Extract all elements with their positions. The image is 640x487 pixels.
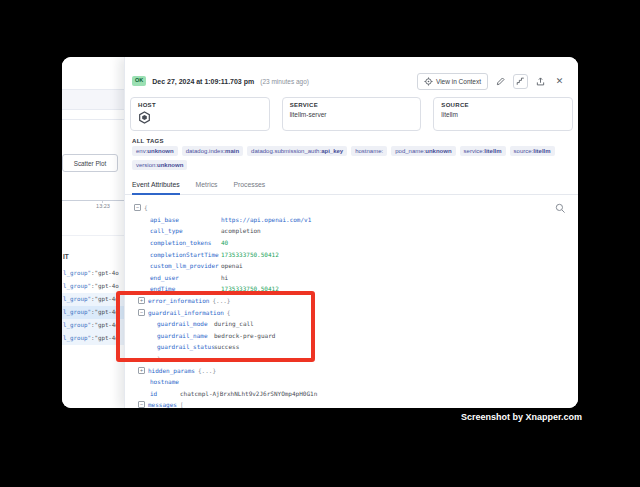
attribute-row[interactable]: completionStartTime 1735333750.50412 bbox=[150, 248, 578, 260]
facet-list-header: IT bbox=[63, 253, 69, 260]
tag-pod-name[interactable]: pod_name:unknown bbox=[391, 146, 455, 156]
header-actions: View in Context bbox=[417, 73, 566, 90]
annotation-highlight-box bbox=[116, 291, 315, 362]
pencil-icon bbox=[496, 77, 505, 86]
host-card[interactable]: HOST bbox=[130, 97, 270, 131]
scatter-plot-button[interactable]: Scatter Plot bbox=[62, 154, 118, 172]
tab-processes[interactable]: Processes bbox=[234, 175, 266, 195]
tab-event-attributes[interactable]: Event Attributes bbox=[132, 175, 180, 195]
edit-pencil-button[interactable] bbox=[494, 75, 507, 88]
expand-icon[interactable]: + bbox=[138, 367, 145, 374]
tags-list: env:unknown datadog.index:main datadog.s… bbox=[132, 146, 562, 170]
tab-metrics[interactable]: Metrics bbox=[196, 175, 218, 195]
watermark-text: Screenshot by Xnapper.com bbox=[461, 412, 582, 422]
background-explorer-panel: Scatter Plot 13:23 IT l_group":"gpt-4o l… bbox=[62, 57, 124, 408]
close-icon: ✕ bbox=[556, 77, 564, 86]
chart-x-axis bbox=[62, 200, 124, 201]
all-tags-label: ALL TAGS bbox=[132, 138, 164, 144]
list-item[interactable]: l_group":"gpt-4o bbox=[62, 280, 124, 293]
upload-icon bbox=[536, 77, 545, 86]
collapse-icon[interactable]: − bbox=[138, 401, 145, 408]
tag-submission-auth[interactable]: datadog.submission_auth:api_key bbox=[247, 146, 347, 156]
messages-group-row[interactable]: − messages [ bbox=[138, 399, 578, 408]
target-icon bbox=[424, 77, 433, 86]
tag-version[interactable]: version:unknown bbox=[132, 160, 187, 170]
list-item[interactable]: l_group":"gpt-4o bbox=[62, 267, 124, 280]
attribute-row[interactable]: call_type acompletion bbox=[150, 225, 578, 237]
attribute-row[interactable]: end_user hi bbox=[150, 272, 578, 284]
attribute-row[interactable]: custom_llm_provider openai bbox=[150, 260, 578, 272]
view-in-context-button[interactable]: View in Context bbox=[417, 73, 488, 90]
divider bbox=[62, 235, 124, 236]
source-card[interactable]: SOURCE litellm bbox=[433, 97, 573, 131]
attribute-row[interactable]: hostname bbox=[150, 376, 578, 388]
attribute-row[interactable]: id chatcmpl-AjBrxhNLht9v2J6rSNYOmp4pH0G1… bbox=[150, 388, 578, 400]
summary-cards: HOST SERVICE litellm-server SOURCE litel… bbox=[130, 97, 573, 131]
list-item[interactable]: l_group":"gpt-4o bbox=[62, 319, 124, 332]
app-window: Scatter Plot 13:23 IT l_group":"gpt-4o l… bbox=[62, 57, 578, 408]
attribute-row[interactable]: completion_tokens 40 bbox=[150, 237, 578, 249]
list-item[interactable]: l_group":"gpt-4o bbox=[62, 293, 124, 306]
related-steps-button[interactable] bbox=[513, 74, 528, 89]
event-timestamp: Dec 27, 2024 at 1:09:11.703 pm bbox=[152, 78, 254, 85]
tag-source[interactable]: source:litellm bbox=[510, 146, 555, 156]
tag-datadog-index[interactable]: datadog.index:main bbox=[182, 146, 243, 156]
host-hexagon-icon bbox=[138, 111, 262, 124]
json-root-row[interactable]: − { bbox=[134, 202, 578, 214]
close-button[interactable]: ✕ bbox=[553, 75, 566, 88]
api-base-link[interactable]: https://api.openai.com/v1 bbox=[221, 216, 311, 223]
list-row-band bbox=[62, 89, 124, 110]
tag-service[interactable]: service:litellm bbox=[460, 146, 506, 156]
service-card[interactable]: SERVICE litellm-server bbox=[282, 97, 422, 131]
screenshot-stage: Scatter Plot 13:23 IT l_group":"gpt-4o l… bbox=[0, 0, 640, 487]
attribute-row[interactable]: api_base https://api.openai.com/v1 bbox=[150, 214, 578, 226]
list-item[interactable]: l_group":"gpt-4o bbox=[62, 332, 124, 345]
hidden-params-group-row[interactable]: + hidden_params {...} bbox=[138, 364, 578, 376]
list-item[interactable]: l_group":"gpt-4o bbox=[62, 306, 124, 319]
tab-bar: Event Attributes Metrics Processes bbox=[125, 175, 578, 195]
chart-x-axis-label: 13:23 bbox=[84, 203, 122, 209]
collapse-icon[interactable]: − bbox=[134, 204, 141, 211]
tag-env[interactable]: env:unknown bbox=[132, 146, 178, 156]
tag-hostname[interactable]: hostname: bbox=[351, 146, 387, 156]
divider bbox=[62, 119, 124, 120]
status-badge: OK bbox=[132, 76, 146, 86]
steps-icon bbox=[516, 77, 525, 86]
export-share-button[interactable] bbox=[534, 75, 547, 88]
event-header: OK Dec 27, 2024 at 1:09:11.703 pm (23 mi… bbox=[132, 74, 309, 88]
event-relative-time: (23 minutes ago) bbox=[260, 78, 309, 85]
